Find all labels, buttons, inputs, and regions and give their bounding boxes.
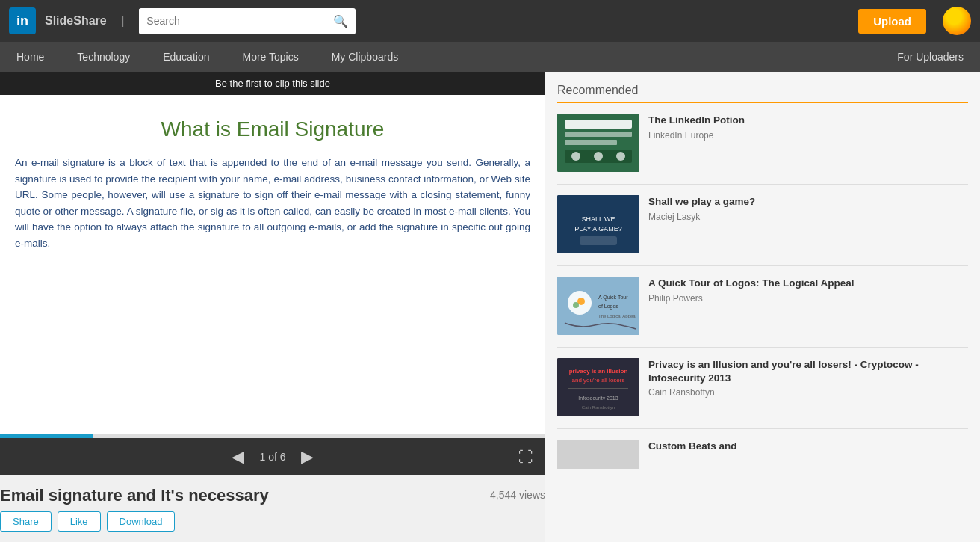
svg-rect-3 (565, 140, 617, 145)
nav-item-technology[interactable]: Technology (61, 42, 146, 72)
main-nav: Home Technology Education More Topics My… (0, 42, 980, 72)
svg-text:The Logical Appeal: The Logical Appeal (598, 314, 636, 318)
slide-info: Email signature and It's necessary Share… (0, 475, 545, 542)
prev-slide-button[interactable]: ◀ (224, 444, 252, 469)
rec-item-2[interactable]: A Quick Tour of Logos The Logical Appeal… (557, 277, 968, 335)
nav-item-more-topics[interactable]: More Topics (226, 42, 314, 72)
upload-button[interactable]: Upload (858, 9, 926, 34)
rec-thumb-1: SHALL WE PLAY A GAME? (557, 195, 639, 253)
rec-item-title-2: A Quick Tour of Logos: The Logical Appea… (648, 277, 968, 290)
avatar (943, 7, 971, 35)
rec-item-1[interactable]: SHALL WE PLAY A GAME? Shall we play a ga… (557, 195, 968, 253)
rec-divider-0 (557, 184, 968, 185)
svg-text:privacy is an illusion: privacy is an illusion (569, 368, 628, 375)
next-slide-button[interactable]: ▶ (294, 444, 321, 469)
rec-thumb-3: privacy is an illusion and you're all lo… (557, 358, 639, 416)
rec-info-1: Shall we play a game? Maciej Lasyk (648, 195, 968, 253)
nav-item-my-clipboards[interactable]: My Clipboards (315, 42, 415, 72)
svg-text:SHALL WE: SHALL WE (581, 215, 615, 223)
rec-divider-2 (557, 347, 968, 348)
rec-item-title-4: Custom Beats and (648, 440, 968, 453)
rec-item-4[interactable]: Custom Beats and (557, 440, 968, 469)
svg-rect-11 (580, 236, 617, 245)
fullscreen-button[interactable]: ⛶ (518, 449, 533, 466)
search-form: 🔍 (139, 8, 356, 34)
svg-point-6 (594, 152, 603, 161)
rec-info-0: The LinkedIn Potion LinkedIn Europe (648, 114, 968, 172)
rec-item-author-3: Cain Ransbottyn (648, 387, 968, 398)
svg-rect-22 (568, 388, 628, 389)
slide-counter: 1 of 6 (259, 451, 285, 463)
rec-item-author-2: Philip Powers (648, 293, 968, 304)
svg-rect-2 (565, 132, 632, 137)
rec-info-2: A Quick Tour of Logos: The Logical Appea… (648, 277, 968, 335)
rec-thumb-0 (557, 114, 639, 172)
slide-controls: ◀ 1 of 6 ▶ ⛶ (0, 438, 545, 475)
recommended-panel: Recommended The LinkedIn Potion LinkedIn… (545, 72, 980, 542)
svg-text:Infosecurity 2013: Infosecurity 2013 (578, 395, 618, 401)
slide-action-buttons: Share Like Download (0, 511, 269, 532)
rec-item-0[interactable]: The LinkedIn Potion LinkedIn Europe (557, 114, 968, 172)
rec-divider-3 (557, 428, 968, 429)
like-button[interactable]: Like (58, 511, 101, 532)
svg-text:of Logos: of Logos (598, 304, 618, 310)
svg-text:and you're all losers: and you're all losers (572, 377, 625, 384)
svg-text:Cain Ransbottyn: Cain Ransbottyn (582, 405, 615, 410)
rec-thumb-4 (557, 440, 639, 469)
svg-rect-1 (565, 120, 632, 129)
slide-title: What is Email Signature (15, 117, 530, 141)
svg-text:A Quick Tour: A Quick Tour (598, 295, 628, 301)
rec-item-title-3: Privacy is an Illusion and you're all lo… (648, 358, 968, 384)
rec-divider-1 (557, 265, 968, 266)
linkedin-letter: in (16, 13, 28, 29)
rec-info-3: Privacy is an Illusion and you're all lo… (648, 358, 968, 416)
rec-item-author-0: LinkedIn Europe (648, 130, 968, 141)
views-count: 4,544 views (490, 489, 545, 501)
share-button[interactable]: Share (0, 511, 52, 532)
svg-rect-25 (557, 440, 639, 469)
nav-item-home[interactable]: Home (0, 42, 61, 72)
slide-content: What is Email Signature An e-mail signat… (0, 95, 545, 434)
svg-point-7 (616, 152, 625, 161)
slide-body: An e-mail signature is a block of text t… (15, 155, 530, 252)
linkedin-logo[interactable]: in (9, 7, 36, 34)
svg-point-5 (571, 152, 580, 161)
svg-text:PLAY A GAME?: PLAY A GAME? (574, 225, 622, 232)
nav-item-for-uploaders[interactable]: For Uploaders (881, 42, 980, 72)
rec-thumb-2: A Quick Tour of Logos The Logical Appeal (557, 277, 639, 335)
brand-name: SlideShare (45, 14, 107, 28)
rec-item-title-1: Shall we play a game? (648, 195, 968, 209)
clip-bar: Be the first to clip this slide (0, 72, 545, 95)
rec-item-title-0: The LinkedIn Potion (648, 114, 968, 127)
search-button[interactable]: 🔍 (326, 8, 356, 34)
nav-item-education[interactable]: Education (146, 42, 226, 72)
rec-item-3[interactable]: privacy is an illusion and you're all lo… (557, 358, 968, 416)
search-input[interactable] (139, 9, 326, 33)
slide-info-title: Email signature and It's necessary (0, 486, 269, 505)
rec-item-author-1: Maciej Lasyk (648, 212, 968, 222)
rec-info-4: Custom Beats and (648, 440, 968, 469)
download-button[interactable]: Download (107, 511, 176, 532)
svg-point-15 (573, 302, 579, 308)
recommended-title: Recommended (557, 84, 968, 103)
